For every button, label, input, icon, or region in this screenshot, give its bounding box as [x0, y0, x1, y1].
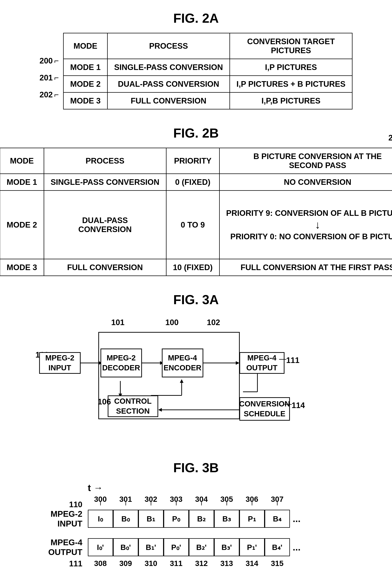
table-row: MODE 1 SINGLE-PASS CONVERSION 0 (FIXED) … [0, 174, 392, 191]
fig2b-wrapper: 200 ⌐ 201 202 ⌐ 203 [0, 148, 392, 276]
cell-b2p: B₂' [189, 538, 214, 556]
fig2a-row0-mode: MODE 1 [64, 59, 108, 76]
cell-b3p: B₃' [214, 538, 240, 556]
mpeg2-decoder-block: MPEG-2DECODER [100, 349, 142, 377]
fig2b-header-priority: PRIORITY [166, 148, 219, 174]
fig2b-row2-process: FULL CONVERSION [44, 259, 166, 276]
ellipsis-top: ... [293, 513, 300, 524]
fig2a-row1-process: DUAL-PASS CONVERSION [107, 76, 230, 92]
cell-b1: B₁ [138, 510, 164, 528]
fig2b-row2-mode: MODE 3 [0, 259, 44, 276]
fig2b-row1-bconv: PRIORITY 9: CONVERSION OF ALL B PICTURES… [219, 191, 392, 259]
fig2b-row2-bconv: FULL CONVERSION AT THE FIRST PASS [219, 259, 392, 276]
cell-i0: I₀ [88, 510, 113, 528]
svg-marker-13 [180, 379, 184, 383]
fig2b-row2-priority: 10 (FIXED) [166, 259, 219, 276]
ref-102: 102 [207, 318, 220, 327]
fig2a-wrapper: 200 ⌐ 201 ⌐ 202 ⌐ MODE PROCESS CON [40, 33, 352, 109]
page: FIG. 2A 200 ⌐ 201 ⌐ 202 ⌐ [0, 0, 392, 586]
bottom-refs-area: 111 308 309 310 311 312 313 314 315 [25, 559, 368, 568]
fig2b-row0-priority: 0 (FIXED) [166, 174, 219, 191]
fig2b-title: FIG. 2B [173, 126, 219, 140]
mpeg4-cells: I₀' B₀' B₁' P₀' B₂' B₃' P₁' B₄' [88, 538, 290, 556]
fig2a-section: FIG. 2A 200 ⌐ 201 ⌐ 202 ⌐ [14, 11, 378, 109]
top-refs-row: 300 301 302 303 [88, 495, 368, 508]
table-row: MODE 2 DUAL-PASSCONVERSION 0 TO 9 PRIORI… [0, 191, 392, 259]
fig2a-header-mode: MODE [64, 33, 108, 59]
fig3a-title: FIG. 3A [173, 292, 219, 307]
ref-111-3a: 111 [286, 356, 300, 365]
ref-200-label: 200 [40, 56, 53, 65]
cell-b4: B₄ [265, 510, 290, 528]
ref-line-114 [284, 401, 294, 409]
cell-b2: B₂ [189, 510, 214, 528]
fig3a-arrows [34, 314, 358, 444]
cell-b0: B₀ [113, 510, 138, 528]
fig2b-section: FIG. 2B 200 ⌐ 201 202 ⌐ [14, 126, 378, 276]
ref-106: 106 [98, 397, 111, 406]
fig2b-table: MODE PROCESS PRIORITY B PICTURE CONVERSI… [0, 148, 392, 276]
ref-309: 309 [113, 559, 138, 568]
fig2a-row0-target: I,P PICTURES [230, 59, 352, 76]
cell-p0p: P₀' [164, 538, 189, 556]
fig2b-row0-process: SINGLE-PASS CONVERSION [44, 174, 166, 191]
mpeg2-input-label: MPEG-2 INPUT [50, 509, 82, 528]
ref-111-3b: 111 [69, 559, 82, 568]
ref-202-label: 202 [40, 90, 53, 99]
fig2a-row2-target: I,P,B PICTURES [230, 92, 352, 109]
cell-p1p: P₁' [240, 538, 265, 556]
ref-line-111 [279, 356, 288, 364]
svg-marker-15 [158, 408, 162, 412]
ref-314: 314 [240, 559, 265, 568]
mpeg4-row: MPEG-4 OUTPUT I₀' B₀' B₁' P₀' B₂' B₃' P₁… [25, 538, 368, 557]
fig2b-row0-bconv: NO CONVERSION [219, 174, 392, 191]
mpeg4-encoder-block: MPEG-4ENCODER [162, 349, 203, 377]
cell-p0: P₀ [164, 510, 189, 528]
fig3b-section: FIG. 3B t → 300 301 [14, 460, 378, 568]
ref-203-annotation: 203 [388, 133, 392, 151]
fig2a-row1-target: I,P PICTURES + B PICTURES [230, 76, 352, 92]
fig2b-row1-priority: 0 TO 9 [166, 191, 219, 259]
cell-b3: B₃ [214, 510, 240, 528]
ref-201-label: 201 [40, 73, 53, 82]
priority-arrow: ↓ [315, 219, 320, 230]
mpeg4-output-label: MPEG-4 OUTPUT [48, 538, 82, 557]
ref-312: 312 [189, 559, 214, 568]
fig2a-row1-mode: MODE 2 [64, 76, 108, 92]
ref-311: 311 [164, 559, 189, 568]
svg-marker-8 [236, 361, 240, 365]
fig3b-diagram: t → 300 301 [25, 482, 368, 568]
table-row: MODE 1 SINGLE-PASS CONVERSION I,P PICTUR… [64, 59, 352, 76]
cell-i0p: I₀' [88, 538, 113, 556]
ref-308: 308 [88, 559, 113, 568]
fig2a-header-process: PROCESS [107, 33, 230, 59]
ref-315: 315 [265, 559, 290, 568]
table-row: MODE 3 FULL CONVERSION 10 (FIXED) FULL C… [0, 259, 392, 276]
fig2b-row0-mode: MODE 1 [0, 174, 44, 191]
ref-110-3b: 110 [69, 500, 82, 509]
cell-b1p: B₁' [138, 538, 164, 556]
control-section-block: CONTROLSECTION [108, 395, 158, 417]
bottom-refs-row: 308 309 310 311 312 313 314 315 [88, 559, 290, 568]
ref-101: 101 [111, 318, 124, 327]
ellipsis-bottom: ... [293, 542, 300, 553]
mpeg4-output-block: MPEG-4OUTPUT [240, 352, 284, 374]
fig2b-row1-mode: MODE 2 [0, 191, 44, 259]
cell-b0p: B₀' [113, 538, 138, 556]
conversion-schedule-block: CONVERSIONSCHEDULE [240, 397, 290, 421]
priority0-text: PRIORITY 0: NO CONVERSION OF B PICTURE [230, 232, 392, 241]
ref-313: 313 [214, 559, 240, 568]
table-row: MODE 3 FULL CONVERSION I,P,B PICTURES [64, 92, 352, 109]
t-arrow: t → [88, 482, 368, 493]
cell-b4p: B₄' [265, 538, 290, 556]
table-row: MODE 2 DUAL-PASS CONVERSION I,P PICTURES… [64, 76, 352, 92]
fig3b-title: FIG. 3B [173, 460, 219, 475]
fig2a-header-target: CONVERSION TARGETPICTURES [230, 33, 352, 59]
fig2b-header-mode: MODE [0, 148, 44, 174]
fig3a-section: FIG. 3A 101 100 102 110 [14, 292, 378, 444]
ref-100: 100 [166, 318, 178, 327]
fig2a-row0-process: SINGLE-PASS CONVERSION [107, 59, 230, 76]
mpeg2-cells: I₀ B₀ B₁ P₀ B₂ B₃ P₁ B₄ [88, 510, 290, 528]
fig3a-diagram: 101 100 102 110 [34, 314, 358, 444]
mpeg2-input-block: MPEG-2 INPUT [39, 352, 81, 374]
